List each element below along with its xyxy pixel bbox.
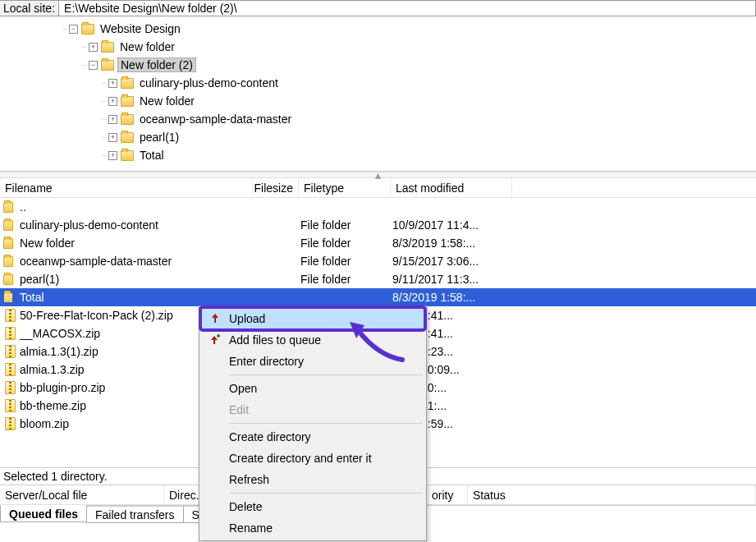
menu-create-directory[interactable]: Create directory bbox=[201, 426, 424, 448]
tree-label[interactable]: New folder (2) bbox=[117, 57, 196, 72]
archive-icon bbox=[5, 309, 16, 322]
tree-label[interactable]: New folder bbox=[137, 94, 197, 108]
tree-toggle-icon[interactable]: + bbox=[108, 97, 117, 106]
tab-failed-transfers[interactable]: Failed transfers bbox=[86, 506, 183, 523]
tree-toggle-icon[interactable]: + bbox=[108, 115, 117, 124]
folder-icon bbox=[3, 220, 13, 231]
tree-item[interactable]: ┈+culinary-plus-demo-content bbox=[0, 74, 756, 92]
qcol-status[interactable]: Status bbox=[468, 485, 756, 504]
tree-toggle-icon[interactable]: − bbox=[89, 61, 98, 70]
menu-delete[interactable]: Delete bbox=[201, 496, 424, 517]
menu-rename[interactable]: Rename bbox=[201, 517, 424, 539]
folder-icon bbox=[101, 60, 114, 71]
archive-icon bbox=[5, 381, 16, 394]
tree-item[interactable]: ┈−Website Design bbox=[0, 20, 756, 38]
col-last-modified[interactable]: Last modified bbox=[391, 178, 512, 197]
col-filetype[interactable]: Filetype bbox=[299, 178, 391, 197]
file-modified: 10/9/2017 11:4... bbox=[389, 218, 511, 232]
file-row[interactable]: .. bbox=[0, 198, 756, 216]
file-type: File folder bbox=[297, 255, 389, 268]
file-row[interactable]: culinary-plus-demo-contentFile folder10/… bbox=[0, 216, 756, 234]
local-site-path[interactable]: E:\Website Design\New folder (2)\ bbox=[59, 2, 755, 15]
file-type: File folder bbox=[297, 237, 389, 250]
file-list-header: Filename Filesize Filetype Last modified bbox=[0, 178, 756, 198]
folder-icon bbox=[121, 114, 134, 125]
tree-item[interactable]: ┈+pearl(1) bbox=[0, 128, 756, 146]
tree-toggle-icon[interactable]: + bbox=[108, 151, 117, 160]
folder-icon bbox=[3, 256, 13, 267]
file-name: .. bbox=[18, 200, 251, 214]
menu-refresh[interactable]: Refresh bbox=[201, 469, 424, 490]
tree-label[interactable]: pearl(1) bbox=[137, 131, 181, 144]
tree-item[interactable]: ┈+New folder bbox=[0, 38, 756, 56]
qcol-server-local[interactable]: Server/Local file bbox=[0, 485, 164, 504]
tree-label[interactable]: oceanwp-sample-data-master bbox=[137, 113, 294, 126]
tree-item[interactable]: ┈+oceanwp-sample-data-master bbox=[0, 110, 756, 128]
archive-icon bbox=[5, 417, 16, 430]
menu-enter-directory[interactable]: Enter directory bbox=[201, 351, 424, 372]
menu-upload[interactable]: Upload bbox=[201, 308, 424, 329]
tree-toggle-icon[interactable]: + bbox=[89, 43, 98, 52]
archive-icon bbox=[5, 345, 16, 358]
menu-separator bbox=[229, 493, 423, 494]
tree-item[interactable]: ┈+Total bbox=[0, 146, 756, 164]
file-type: File folder bbox=[297, 218, 389, 232]
folder-icon bbox=[3, 274, 13, 285]
folder-icon bbox=[121, 96, 134, 107]
menu-create-directory-enter[interactable]: Create directory and enter it bbox=[201, 448, 424, 469]
col-filename[interactable]: Filename bbox=[0, 178, 253, 197]
file-modified: 8/3/2019 1:58:... bbox=[389, 237, 511, 250]
file-name: pearl(1) bbox=[18, 273, 251, 286]
qcol-priority[interactable]: ority bbox=[427, 485, 468, 504]
menu-add-to-queue[interactable]: Add files to queue bbox=[201, 329, 424, 351]
local-site-label: Local site: bbox=[0, 1, 59, 16]
directory-tree[interactable]: ┈−Website Design┈+New folder┈−New folder… bbox=[0, 16, 756, 172]
file-name: culinary-plus-demo-content bbox=[18, 218, 251, 232]
tree-item[interactable]: ┈+New folder bbox=[0, 92, 756, 110]
context-menu: Upload Add files to queue Enter director… bbox=[199, 305, 427, 541]
file-row[interactable]: pearl(1)File folder9/11/2017 11:3... bbox=[0, 270, 756, 288]
upload-arrow-icon bbox=[208, 312, 222, 325]
splitter[interactable]: ▴ bbox=[0, 172, 756, 178]
tree-label[interactable]: New folder bbox=[117, 40, 177, 53]
tree-label[interactable]: Website Design bbox=[98, 22, 183, 35]
file-name: Total bbox=[18, 291, 251, 304]
tree-label[interactable]: culinary-plus-demo-content bbox=[137, 76, 281, 90]
folder-icon bbox=[121, 132, 134, 143]
file-name: oceanwp-sample-data-master bbox=[18, 255, 251, 268]
file-row[interactable]: Total8/3/2019 1:58:... bbox=[0, 288, 756, 306]
folder-icon bbox=[81, 24, 94, 34]
menu-edit: Edit bbox=[201, 399, 424, 420]
add-queue-icon bbox=[208, 333, 221, 347]
tab-queued-files[interactable]: Queued files bbox=[0, 505, 87, 522]
tree-toggle-icon[interactable]: − bbox=[69, 25, 78, 34]
menu-separator bbox=[229, 374, 423, 375]
file-type: File folder bbox=[297, 273, 389, 286]
file-modified: 9/15/2017 3:06... bbox=[389, 255, 511, 268]
tree-toggle-icon[interactable]: + bbox=[108, 133, 117, 142]
menu-open[interactable]: Open bbox=[201, 378, 424, 399]
col-filesize[interactable]: Filesize bbox=[253, 178, 299, 197]
archive-icon bbox=[5, 363, 16, 376]
tree-item[interactable]: ┈−New folder (2) bbox=[0, 56, 756, 74]
folder-icon bbox=[3, 292, 13, 303]
folder-icon bbox=[3, 202, 13, 213]
file-row[interactable]: New folderFile folder8/3/2019 1:58:... bbox=[0, 234, 756, 252]
folder-icon bbox=[121, 78, 134, 89]
file-modified: 9/11/2017 11:3... bbox=[389, 273, 511, 286]
menu-separator bbox=[229, 423, 423, 424]
local-site-path-bar: Local site: E:\Website Design\New folder… bbox=[0, 0, 756, 16]
file-name: New folder bbox=[18, 237, 251, 250]
tree-toggle-icon[interactable]: + bbox=[108, 79, 117, 88]
folder-icon bbox=[121, 150, 134, 161]
archive-icon bbox=[5, 327, 16, 340]
folder-icon bbox=[101, 42, 114, 53]
tree-label[interactable]: Total bbox=[137, 149, 167, 162]
archive-icon bbox=[5, 399, 16, 412]
file-modified: 8/3/2019 1:58:... bbox=[389, 291, 511, 304]
folder-icon bbox=[3, 238, 13, 249]
file-row[interactable]: oceanwp-sample-data-masterFile folder9/1… bbox=[0, 252, 756, 270]
